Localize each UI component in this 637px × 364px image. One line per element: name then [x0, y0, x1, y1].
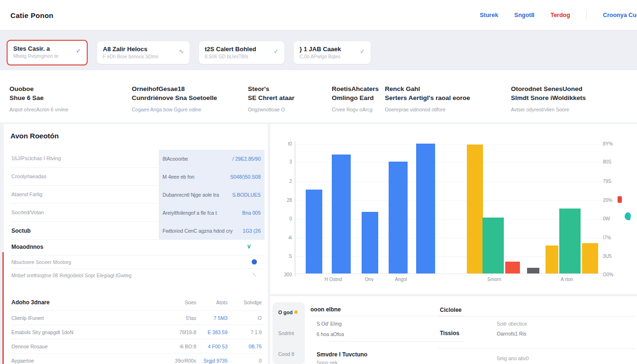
nav-link-1[interactable]: Sturek	[480, 12, 498, 18]
stat-card-subtitle: C.0o APwtgo Bqtes	[300, 54, 365, 59]
x-axis-line	[295, 273, 608, 274]
feature-title: Shue 6 Sae	[9, 93, 68, 102]
cell: 39crR00s	[175, 358, 196, 364]
bar-chart: t0322804iS3008Y%80S79S20%0WI7%3U5O0%H Os…	[270, 124, 637, 294]
right-axis-tick-label: I7%	[603, 235, 611, 240]
nav-divider	[586, 11, 587, 19]
feature-title: Ouoboe	[9, 84, 68, 93]
feature-subtitle: Crvee Rogv oArcg	[332, 107, 379, 112]
content-item-title[interactable]: Smvdre I Tuvctuno	[317, 351, 367, 358]
accordion-row[interactable]: Moaodnnos ∨	[10, 241, 264, 254]
mini-tab-list: O god Sodrlnt Cood 8	[273, 302, 305, 364]
nav-link-4[interactable]: Croonya Cuon	[603, 12, 637, 18]
section-title: Ciclolee	[440, 307, 462, 313]
blue-dot-icon[interactable]	[252, 259, 257, 264]
table-row: Aygaertoe 39crR00s Srgjd 9735 0	[10, 353, 264, 364]
column-header: Atots	[216, 300, 228, 305]
x-axis-tick-label: Angol	[395, 277, 407, 282]
stat-card-4[interactable]: } 1 JAB Caaek C.0o APwtgo Bqtes ✓	[294, 41, 371, 64]
check-icon: ✓	[76, 47, 81, 55]
right-axis-tick-label: O0%	[603, 272, 613, 277]
y-axis-tick-label: 28	[270, 198, 292, 203]
kv-value[interactable]: S048/)50.S08	[230, 174, 261, 180]
stat-card-title: t2S Calert Bohled	[205, 46, 279, 53]
feature-1[interactable]: Ouoboe Shue 6 Sae Anpot ohrecAcron 6 vrv…	[9, 84, 68, 112]
chart-bar	[505, 262, 520, 273]
feature-6[interactable]: Otorodnet SenesUoned Slmdt Snore iWoldik…	[511, 84, 586, 112]
tab-3[interactable]: Cood 8	[273, 344, 305, 364]
y-axis-tick-label: 300	[270, 272, 292, 277]
cell: 76f19-8	[179, 329, 196, 335]
list-item-label: Nbuctoere Soceer Mootorg	[11, 259, 71, 265]
kv-key: Dubanrecntl Njge aole tra	[163, 192, 219, 198]
kv-value[interactable]: 1G3 (26	[243, 228, 261, 234]
stat-card-3[interactable]: t2S Calert Bohled 8.S06 GD bLIesTBIs ✓	[199, 41, 284, 64]
feature-title: SE Chrert ataar	[248, 93, 294, 102]
chart-gridline	[297, 144, 604, 145]
y-axis-tick-label: 4i	[270, 235, 292, 240]
chart-bar	[467, 145, 483, 273]
top-nav: Sturek Sngot8 Terdog Croonya Cuon	[480, 0, 637, 30]
kv-key: Fwttoriod CenC agzna hdod cry	[163, 228, 233, 234]
cell: O	[258, 315, 262, 321]
y-axis-tick-label: 0	[270, 216, 292, 221]
cell-link[interactable]: 7 5M3	[214, 315, 228, 321]
nav-link-2[interactable]: Sngot8	[514, 12, 534, 18]
app-logo: Catie Ponon	[10, 11, 54, 19]
right-axis-tick-label: 8Y%	[603, 141, 613, 146]
row-label: Clienlp IFunert	[11, 315, 44, 321]
feature-2[interactable]: OrneihofGesae18 Cunrdriénove Sna Soetoel…	[132, 84, 217, 112]
feature-subtitle: Avtser odyreot/vlien Soore	[511, 107, 586, 112]
chart-bar	[559, 209, 581, 273]
feature-subtitle: Anpot ohrecAcron 6 vrvine	[9, 107, 68, 112]
chart-bar	[362, 212, 378, 273]
kv-row: Ataend Farlig Dubanrecntl Njge aole tra …	[10, 186, 264, 204]
cell-link[interactable]: Srgjd 9735	[203, 358, 228, 364]
dashboard-app: Catie Ponon Sturek Sngot8 Terdog Croonya…	[0, 0, 637, 364]
x-axis-tick-label: Onv	[365, 277, 373, 282]
section-title: ooon elbne	[310, 306, 341, 313]
divider	[438, 316, 635, 317]
feature-4[interactable]: RoetisAhcaters Omlingo Eard Crvee Rogv o…	[332, 84, 379, 112]
y-axis-tick-label: 2	[270, 179, 292, 184]
right-footer: Smg ano abv0	[497, 355, 529, 361]
content-item-sub: Soon nek	[317, 360, 337, 364]
stat-card-1[interactable]: Stes Casir. a Mbetg Rvtymgmon te ✓	[7, 40, 88, 65]
cell-link[interactable]: 0B.75	[249, 344, 262, 349]
table-row: Clienlp IFunert 5'tas 7 5M3 O	[10, 310, 264, 325]
kv-value[interactable]: / 29E2.85/90	[232, 156, 261, 162]
chart-bar	[546, 246, 558, 273]
stat-cards-band: Stes Casir. a Mbetg Rvtymgmon te ✓ A8 Za…	[0, 30, 637, 70]
stat-card-title: Stes Casir. a	[13, 45, 81, 52]
list-item[interactable]: Nbuctoere Soceer Mootorg	[10, 255, 264, 268]
feature-title: Slmdt Snore iWoldikkets	[511, 93, 586, 102]
kv-highlight-cell: Dubanrecntl Njge aole tra S.BODLUES	[159, 186, 264, 204]
kv-label: Croolyrlaeadas	[11, 173, 46, 179]
right-line: Soitr obectice	[497, 321, 527, 327]
cell: 4i BO:8	[180, 344, 196, 349]
cell-link[interactable]: 4 F00 53	[208, 344, 228, 349]
chart-bar	[482, 218, 504, 273]
feature-3[interactable]: Steor's SE Chrert ataar Ongzwnotloae O	[248, 84, 294, 112]
stat-card-2[interactable]: A8 Zalir Helocs F eDn Broe bonoos SDmo ∿	[97, 41, 190, 64]
list-item[interactable]: Mnbef srethiogtne 08 Retgodelol Sopr Ele…	[10, 268, 264, 282]
cell: 7 1.9	[251, 329, 262, 335]
tab-label: Cood 8	[278, 351, 294, 357]
tab-1[interactable]: O god	[273, 302, 305, 323]
tab-2[interactable]: Sodrlnt	[273, 323, 305, 344]
row-label: Emabols Slry gnapgdt 1doN	[11, 329, 73, 335]
kv-value[interactable]: S.BODLUES	[232, 192, 261, 198]
divider	[327, 341, 464, 342]
nav-link-3[interactable]: Terdog	[550, 12, 570, 18]
kv-highlight-cell: Fwttoriod CenC agzna hdod cry 1G3 (26	[159, 222, 264, 240]
mini-list: Nbuctoere Soceer Mootorg Mnbef srethiogt…	[10, 255, 264, 282]
chart-bar	[389, 162, 408, 273]
backslash-icon: ⟍	[252, 272, 256, 278]
chevron-down-icon[interactable]: ∨	[246, 243, 251, 250]
table-row: Oennoe Rosaue 4i BO:8 4 F00 53 0B.75	[10, 339, 264, 353]
cell-link[interactable]: E 383.59	[208, 329, 228, 335]
content-line: S Od' Elmg	[317, 321, 342, 327]
right-axis-tick-label: 0W	[603, 216, 610, 221]
feature-5[interactable]: Renck Gahl Serters Aertigl's raoal eoroe…	[385, 84, 470, 112]
kv-value[interactable]: Bna 005	[242, 210, 261, 216]
